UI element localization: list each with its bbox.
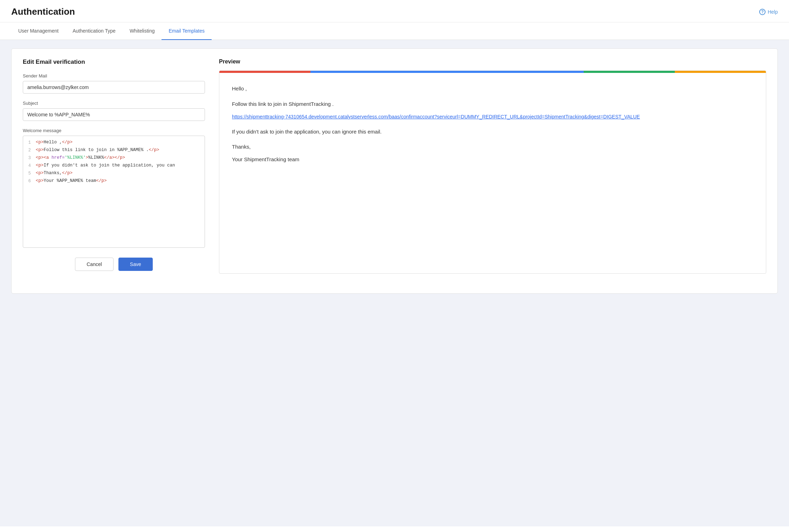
preview-bar-yellow bbox=[675, 71, 766, 73]
line-content-1: <p>Hello ,</p> bbox=[36, 140, 205, 145]
welcome-message-label: Welcome message bbox=[23, 128, 205, 133]
sender-mail-input[interactable] bbox=[23, 81, 205, 94]
line-number-4: 4 bbox=[23, 163, 36, 168]
help-icon: ? bbox=[759, 9, 766, 15]
preview-bar-green bbox=[584, 71, 675, 73]
preview-link[interactable]: https://shipmenttracking-74310654.develo… bbox=[232, 113, 753, 121]
line-content-4: <p>If you didn't ask to join the applica… bbox=[36, 163, 205, 168]
preview-ignore: If you didn't ask to join the applicatio… bbox=[232, 128, 753, 136]
save-button[interactable]: Save bbox=[118, 258, 153, 271]
line-number-6: 6 bbox=[23, 178, 36, 184]
code-lines: 1 <p>Hello ,</p> 2 <p>Follow this link t… bbox=[23, 136, 205, 189]
sender-mail-group: Sender Mail bbox=[23, 73, 205, 94]
subject-input[interactable] bbox=[23, 108, 205, 121]
header: Authentication ? Help bbox=[0, 0, 789, 22]
preview-team: Your ShipmentTracking team bbox=[232, 155, 753, 164]
left-panel: Edit Email verification Sender Mail Subj… bbox=[23, 59, 205, 282]
line-content-5: <p>Thanks,</p> bbox=[36, 171, 205, 176]
content-card: Edit Email verification Sender Mail Subj… bbox=[11, 48, 778, 294]
code-line-1: 1 <p>Hello ,</p> bbox=[23, 139, 205, 147]
line-number-5: 5 bbox=[23, 171, 36, 176]
code-line-4: 4 <p>If you didn't ask to join the appli… bbox=[23, 163, 205, 170]
preview-card: Hello , Follow this link to join in Ship… bbox=[219, 70, 766, 274]
preview-browser-bar bbox=[219, 71, 766, 73]
tab-whitelisting[interactable]: Whitelisting bbox=[123, 22, 162, 40]
code-line-6: 6 <p>Your %APP_NAME% team</p> bbox=[23, 178, 205, 186]
line-number-1: 1 bbox=[23, 140, 36, 145]
preview-bar-blue bbox=[310, 71, 584, 73]
section-title: Edit Email verification bbox=[23, 59, 205, 66]
subject-label: Subject bbox=[23, 101, 205, 106]
code-line-5: 5 <p>Thanks,</p> bbox=[23, 170, 205, 178]
preview-thanks: Thanks, bbox=[232, 142, 753, 151]
help-link[interactable]: ? Help bbox=[759, 9, 778, 15]
preview-follow: Follow this link to join in ShipmentTrac… bbox=[232, 100, 753, 109]
tab-authentication-type[interactable]: Authentication Type bbox=[66, 22, 123, 40]
code-line-3: 3 <p><a href='%LINK%'>%LINK%</a></p> bbox=[23, 155, 205, 163]
right-panel: Preview Hello , Follow this link to join… bbox=[219, 59, 766, 282]
preview-body: Hello , Follow this link to join in Ship… bbox=[219, 73, 766, 175]
code-editor[interactable]: 1 <p>Hello ,</p> 2 <p>Follow this link t… bbox=[23, 136, 205, 248]
code-line-2: 2 <p>Follow this link to join in %APP_NA… bbox=[23, 147, 205, 155]
line-content-6: <p>Your %APP_NAME% team</p> bbox=[36, 178, 205, 183]
subject-group: Subject bbox=[23, 101, 205, 121]
tab-user-management[interactable]: User Management bbox=[11, 22, 66, 40]
preview-title: Preview bbox=[219, 59, 766, 65]
preview-hello: Hello , bbox=[232, 84, 753, 93]
main-content: Edit Email verification Sender Mail Subj… bbox=[0, 40, 789, 526]
sender-mail-label: Sender Mail bbox=[23, 73, 205, 79]
line-content-2: <p>Follow this link to join in %APP_NAME… bbox=[36, 148, 205, 152]
nav-tabs: User Management Authentication Type Whit… bbox=[0, 22, 789, 40]
preview-bar-red bbox=[219, 71, 310, 73]
button-row: Cancel Save bbox=[23, 258, 205, 271]
cancel-button[interactable]: Cancel bbox=[75, 258, 114, 271]
line-number-3: 3 bbox=[23, 155, 36, 161]
welcome-message-group: Welcome message 1 <p>Hello ,</p> 2 <p>Fo… bbox=[23, 128, 205, 248]
line-number-2: 2 bbox=[23, 148, 36, 153]
tab-email-templates[interactable]: Email Templates bbox=[162, 22, 211, 40]
line-content-3: <p><a href='%LINK%'>%LINK%</a></p> bbox=[36, 155, 205, 160]
help-label: Help bbox=[768, 9, 778, 15]
page-title: Authentication bbox=[11, 6, 75, 17]
